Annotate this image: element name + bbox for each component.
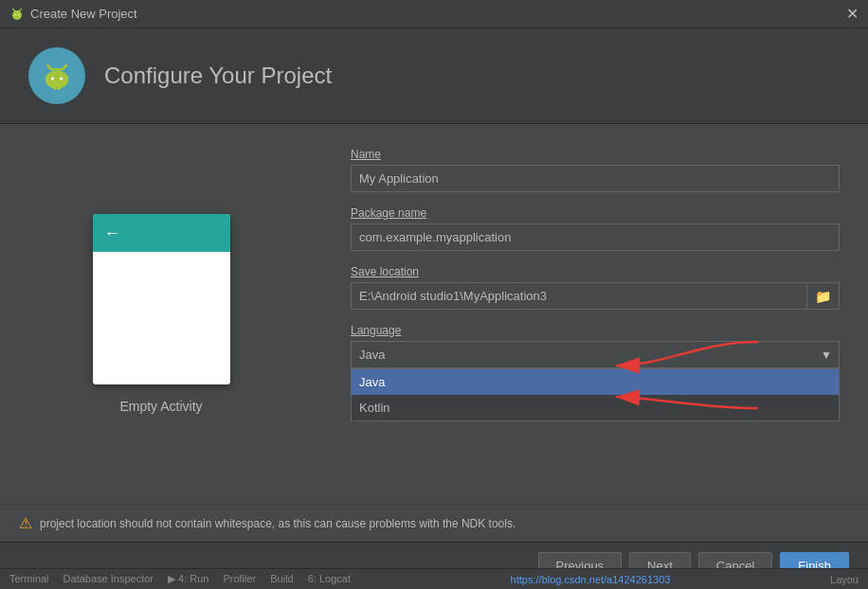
warning-bar: ⚠ project location should not contain wh… — [0, 504, 868, 542]
back-arrow-icon: ← — [104, 223, 121, 243]
header-title: Configure Your Project — [104, 62, 332, 89]
dialog-body: Configure Your Project ← Empty Activity … — [0, 28, 868, 589]
save-location-label: Save location — [351, 265, 840, 278]
language-dropdown-list: Java Kotlin — [351, 368, 840, 421]
close-button[interactable]: ✕ — [846, 7, 859, 22]
svg-line-3 — [20, 9, 22, 10]
title-text: Create New Project — [30, 7, 137, 21]
name-group: Name — [351, 148, 840, 192]
browse-folder-button[interactable]: 📁 — [807, 282, 840, 310]
svg-rect-12 — [45, 76, 48, 83]
left-panel: ← Empty Activity — [0, 124, 322, 504]
phone-content — [93, 252, 230, 384]
language-group: Language Java Kotlin ▼ Java Kotlin — [351, 324, 840, 368]
dropdown-item-kotlin[interactable]: Kotlin — [352, 395, 839, 420]
svg-line-9 — [63, 65, 66, 69]
package-label: Package name — [351, 206, 840, 220]
status-tab-terminal[interactable]: Terminal — [9, 573, 49, 585]
svg-point-11 — [60, 78, 63, 80]
header-icon — [28, 47, 85, 104]
phone-preview: ← — [93, 214, 230, 384]
phone-toolbar: ← — [93, 214, 230, 252]
status-tab-logcat[interactable]: 6: Logcat — [308, 573, 351, 585]
dropdown-item-java[interactable]: Java — [352, 369, 839, 395]
dialog-header: Configure Your Project — [0, 28, 868, 124]
warning-text: project location should not contain whit… — [40, 517, 515, 530]
language-select[interactable]: Java Kotlin — [351, 341, 840, 368]
language-dropdown-wrapper: Java Kotlin ▼ Java Kotlin — [351, 341, 840, 368]
svg-rect-13 — [65, 76, 68, 83]
status-bar: Terminal Database Inspector ▶ 4: Run Pro… — [0, 568, 868, 589]
save-location-input[interactable] — [351, 282, 807, 310]
status-tab-run[interactable]: ▶ 4: Run — [168, 573, 208, 585]
status-tab-profiler[interactable]: Profiler — [223, 573, 256, 585]
title-bar-left: Create New Project — [9, 7, 137, 22]
dialog-content: ← Empty Activity Name Package name — [0, 124, 868, 504]
warning-icon: ⚠ — [19, 514, 32, 532]
package-input[interactable] — [351, 223, 840, 251]
save-location-group: Save location 📁 — [351, 265, 840, 310]
svg-point-5 — [18, 13, 19, 14]
preview-label: Empty Activity — [119, 399, 202, 414]
status-tab-db-inspector[interactable]: Database Inspector — [63, 573, 154, 585]
svg-point-4 — [15, 13, 16, 14]
android-logo-icon — [40, 59, 74, 93]
name-label: Name — [351, 148, 840, 161]
right-panel: Name Package name Save location 📁 — [322, 124, 868, 504]
svg-line-2 — [13, 9, 15, 10]
svg-point-6 — [45, 70, 68, 89]
name-input[interactable] — [351, 165, 840, 192]
svg-rect-14 — [53, 85, 56, 90]
status-tab-build[interactable]: Build — [270, 573, 293, 585]
language-label: Language — [351, 324, 840, 337]
status-url: https://blog.csdn.net/a1424261303 — [511, 574, 671, 585]
status-tabs: Terminal Database Inspector ▶ 4: Run Pro… — [9, 573, 351, 585]
save-location-input-wrapper: 📁 — [351, 282, 840, 310]
svg-point-10 — [51, 78, 54, 80]
android-title-icon — [9, 7, 25, 22]
svg-point-0 — [12, 10, 22, 20]
package-group: Package name — [351, 206, 840, 251]
svg-rect-15 — [58, 85, 61, 90]
svg-line-8 — [47, 65, 51, 69]
title-bar: Create New Project ✕ — [0, 0, 868, 28]
status-layout: Layou — [830, 574, 859, 585]
